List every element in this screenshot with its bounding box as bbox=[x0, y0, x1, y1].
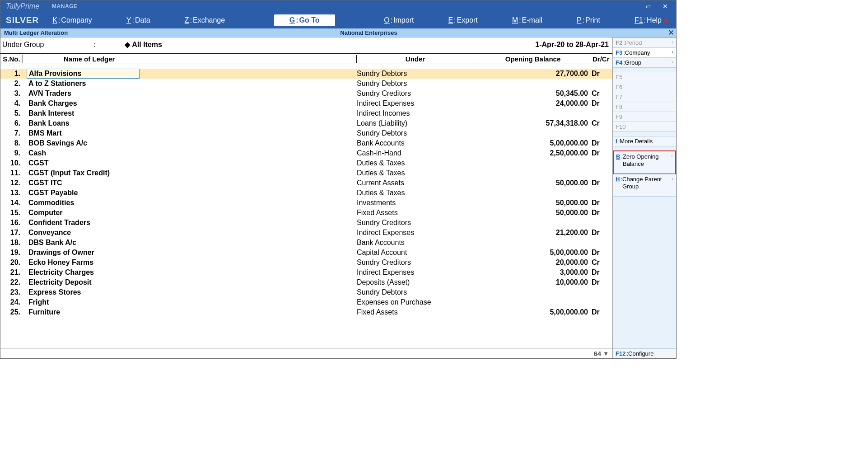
manage-label[interactable]: MANAGE bbox=[52, 3, 77, 9]
table-row[interactable]: 13.CGST PayableDuties & Taxes bbox=[0, 188, 612, 198]
cell-name[interactable]: CGST ITC bbox=[23, 179, 357, 187]
cell-name[interactable]: Electricity Deposit bbox=[23, 278, 357, 286]
cell-under[interactable]: Bank Accounts bbox=[357, 139, 474, 147]
cell-under[interactable]: Loans (Liability) bbox=[357, 119, 474, 127]
table-row[interactable]: 1.Alfa ProvisionsSundry Debtors27,700.00… bbox=[0, 69, 612, 79]
cell-under[interactable]: Sundry Creditors bbox=[357, 219, 474, 227]
table-row[interactable]: 4.Bank ChargesIndirect Expenses24,000.00… bbox=[0, 99, 612, 108]
rp-f4-group[interactable]: F4:Group‹ bbox=[613, 57, 676, 68]
cell-under[interactable]: Sundry Debtors bbox=[357, 80, 474, 88]
cell-drcr[interactable]: Dr bbox=[592, 249, 612, 257]
cell-drcr[interactable]: Dr bbox=[592, 308, 612, 316]
minimize-icon[interactable]: — bbox=[629, 3, 635, 10]
cell-balance[interactable]: 5,00,000.00 bbox=[474, 308, 592, 316]
cell-name[interactable]: Ecko Honey Farms bbox=[23, 258, 357, 267]
cell-drcr[interactable]: Cr bbox=[592, 119, 612, 127]
menu-help[interactable]: F1:Help bbox=[626, 14, 676, 26]
cell-drcr[interactable]: Dr bbox=[592, 199, 612, 207]
cell-drcr[interactable]: Dr bbox=[592, 99, 612, 108]
screen-close-icon[interactable]: ✕ bbox=[666, 28, 676, 38]
rp-more-details[interactable]: I:More Details bbox=[613, 136, 676, 146]
cell-balance[interactable]: 50,000.00 bbox=[474, 179, 592, 187]
cell-name[interactable]: Commodities bbox=[23, 199, 357, 207]
table-row[interactable]: 6.Bank LoansLoans (Liability)57,34,318.0… bbox=[0, 118, 612, 128]
close-icon[interactable]: ✕ bbox=[663, 3, 668, 10]
maximize-icon[interactable]: ▭ bbox=[646, 3, 652, 10]
cell-under[interactable]: Deposits (Asset) bbox=[357, 278, 474, 286]
cell-balance[interactable]: 50,000.00 bbox=[474, 209, 592, 217]
table-row[interactable]: 16.Confident TradersSundry Creditors bbox=[0, 218, 612, 228]
table-row[interactable]: 8.BOB Savings A/cBank Accounts5,00,000.0… bbox=[0, 138, 612, 148]
table-row[interactable]: 2.A to Z StationersSundry Debtors bbox=[0, 79, 612, 89]
menu-export[interactable]: E:Export bbox=[440, 14, 485, 26]
cell-name[interactable]: CGST (Input Tax Credit) bbox=[23, 169, 357, 177]
cell-name[interactable]: BOB Savings A/c bbox=[23, 139, 357, 147]
under-group-value[interactable]: ◆ All Items bbox=[123, 40, 162, 49]
cell-name[interactable]: AVN Traders bbox=[23, 89, 357, 98]
cell-name[interactable]: Computer bbox=[23, 209, 357, 217]
table-row[interactable]: 12.CGST ITCCurrent Assets50,000.00Dr bbox=[0, 178, 612, 188]
table-row[interactable]: 18.DBS Bank A/cBank Accounts bbox=[0, 238, 612, 248]
scroll-down-icon[interactable]: ▼ bbox=[603, 350, 609, 357]
cell-name[interactable]: Cash bbox=[23, 149, 357, 157]
rp-f12-configure[interactable]: F12:Configure bbox=[613, 348, 676, 359]
cell-under[interactable]: Sundry Creditors bbox=[357, 258, 474, 267]
cell-name[interactable]: CGST Payable bbox=[23, 189, 357, 197]
table-row[interactable]: 14.CommoditiesInvestments50,000.00Dr bbox=[0, 198, 612, 208]
menu-email[interactable]: M:E-mail bbox=[504, 14, 551, 26]
table-row[interactable]: 7.BMS MartSundry Debtors bbox=[0, 128, 612, 138]
cell-name[interactable]: Bank Interest bbox=[23, 109, 357, 117]
cell-under[interactable]: Indirect Expenses bbox=[357, 268, 474, 277]
cell-name[interactable]: DBS Bank A/c bbox=[23, 239, 357, 247]
table-row[interactable]: 17.ConveyanceIndirect Expenses21,200.00D… bbox=[0, 228, 612, 238]
cell-name[interactable]: Bank Charges bbox=[23, 99, 357, 108]
cell-under[interactable]: Current Assets bbox=[357, 179, 474, 187]
table-row[interactable]: 19.Drawings of OwnerCapital Account5,00,… bbox=[0, 248, 612, 258]
cell-drcr[interactable]: Dr bbox=[592, 229, 612, 237]
cell-under[interactable]: Sundry Creditors bbox=[357, 89, 474, 98]
cell-balance[interactable]: 21,200.00 bbox=[474, 229, 592, 237]
cell-drcr[interactable]: Dr bbox=[592, 278, 612, 286]
cell-balance[interactable]: 27,700.00 bbox=[474, 70, 592, 78]
table-row[interactable]: 20.Ecko Honey FarmsSundry Creditors20,00… bbox=[0, 258, 612, 268]
cell-under[interactable]: Indirect Incomes bbox=[357, 109, 474, 117]
cell-balance[interactable]: 3,000.00 bbox=[474, 268, 592, 277]
cell-drcr[interactable]: Cr bbox=[592, 258, 612, 267]
cell-under[interactable]: Duties & Taxes bbox=[357, 169, 474, 177]
table-row[interactable]: 9.CashCash-in-Hand2,50,000.00Dr bbox=[0, 148, 612, 158]
cell-name[interactable]: Express Stores bbox=[23, 288, 357, 296]
cell-balance[interactable]: 2,50,000.00 bbox=[474, 149, 592, 157]
cell-under[interactable]: Duties & Taxes bbox=[357, 189, 474, 197]
cell-under[interactable]: Indirect Expenses bbox=[357, 99, 474, 108]
table-row[interactable]: 5.Bank InterestIndirect Incomes bbox=[0, 108, 612, 118]
menu-print[interactable]: P:Print bbox=[569, 14, 608, 26]
cell-name[interactable]: CGST bbox=[23, 159, 357, 167]
table-row[interactable]: 21.Electricity ChargesIndirect Expenses3… bbox=[0, 268, 612, 277]
cell-balance[interactable]: 50,000.00 bbox=[474, 199, 592, 207]
cell-name[interactable]: Alfa Provisions bbox=[23, 69, 357, 79]
menu-exchange[interactable]: Z:Exchange bbox=[177, 14, 233, 26]
menu-company[interactable]: K:Company bbox=[44, 14, 100, 26]
rp-change-parent-group[interactable]: H:Change Parent Group‹ bbox=[613, 174, 676, 197]
cell-balance[interactable]: 5,00,000.00 bbox=[474, 249, 592, 257]
table-row[interactable]: 15.ComputerFixed Assets50,000.00Dr bbox=[0, 208, 612, 218]
cell-drcr[interactable]: Dr bbox=[592, 139, 612, 147]
menu-data[interactable]: Y:Data bbox=[118, 14, 159, 26]
cell-name[interactable]: Confident Traders bbox=[23, 219, 357, 227]
cell-balance[interactable]: 24,000.00 bbox=[474, 99, 592, 108]
cell-name[interactable]: Electricity Charges bbox=[23, 268, 357, 277]
cell-under[interactable]: Capital Account bbox=[357, 249, 474, 257]
cell-under[interactable]: Duties & Taxes bbox=[357, 159, 474, 167]
cell-drcr[interactable]: Dr bbox=[592, 209, 612, 217]
cell-under[interactable]: Investments bbox=[357, 199, 474, 207]
cell-name[interactable]: Bank Loans bbox=[23, 119, 357, 127]
rp-f3-company[interactable]: F3:Company‹ bbox=[613, 47, 676, 58]
cell-under[interactable]: Cash-in-Hand bbox=[357, 149, 474, 157]
cell-name[interactable]: Conveyance bbox=[23, 229, 357, 237]
table-row[interactable]: 24.FrightExpenses on Purchase bbox=[0, 297, 612, 307]
cell-name[interactable]: Furniture bbox=[23, 308, 357, 316]
cell-under[interactable]: Fixed Assets bbox=[357, 209, 474, 217]
table-row[interactable]: 10.CGSTDuties & Taxes bbox=[0, 158, 612, 168]
table-row[interactable]: 3.AVN TradersSundry Creditors50,345.00Cr bbox=[0, 89, 612, 99]
table-row[interactable]: 23.Express StoresSundry Debtors bbox=[0, 287, 612, 297]
